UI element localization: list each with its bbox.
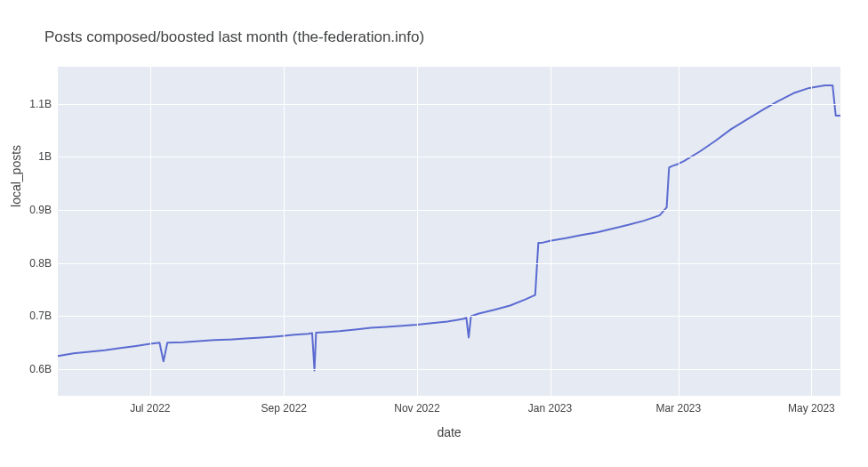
y-tick-label: 0.9B [7, 204, 52, 216]
x-tick-label: May 2023 [788, 402, 835, 415]
grid-v [417, 67, 418, 396]
x-axis-label: date [437, 425, 461, 439]
grid-h [58, 316, 840, 317]
grid-v [679, 67, 679, 396]
grid-h [58, 157, 840, 157]
grid-v [150, 67, 151, 396]
grid-v [811, 67, 812, 396]
grid-h [58, 104, 840, 105]
y-tick-label: 0.8B [7, 257, 52, 270]
y-tick-label: 0.6B [7, 363, 52, 375]
grid-h [58, 263, 840, 264]
grid-h [58, 210, 840, 211]
x-tick-label: Jan 2023 [528, 402, 572, 415]
x-tick-label: Jul 2022 [130, 402, 170, 415]
y-tick-label: 1B [7, 150, 52, 163]
chart-title: Posts composed/boosted last month (the-f… [44, 28, 424, 46]
grid-v [551, 67, 551, 396]
x-tick-label: Mar 2023 [655, 402, 701, 415]
plot-area [58, 67, 840, 396]
grid-v [284, 67, 285, 396]
x-tick-label: Sep 2022 [261, 402, 307, 415]
grid-h [58, 369, 840, 370]
chart-container: Posts composed/boosted last month (the-f… [0, 0, 868, 467]
line-series [58, 67, 840, 396]
y-tick-label: 1.1B [7, 98, 52, 110]
y-tick-label: 0.7B [7, 310, 52, 322]
x-tick-label: Nov 2022 [394, 402, 439, 415]
